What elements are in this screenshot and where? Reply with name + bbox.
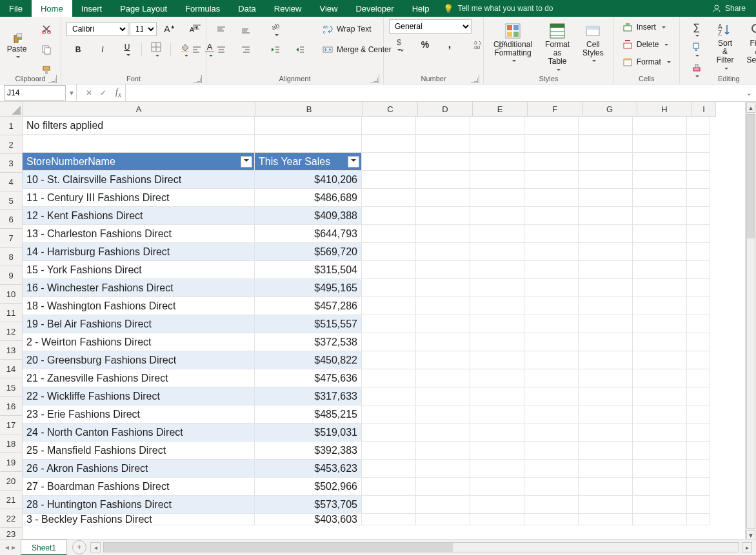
cell[interactable]: [633, 514, 687, 525]
cell[interactable]: $486,689: [255, 189, 362, 207]
cell[interactable]: [524, 279, 579, 297]
cell[interactable]: 16 - Winchester Fashions Direct: [23, 279, 255, 297]
column-header[interactable]: H: [637, 102, 692, 117]
cell[interactable]: $644,793: [255, 225, 362, 243]
cell[interactable]: [470, 189, 524, 207]
decrease-indent-button[interactable]: [264, 40, 287, 59]
filter-dropdown-button[interactable]: [348, 156, 359, 168]
sort-filter-button[interactable]: AZ Sort & Filter: [712, 19, 739, 73]
tab-view[interactable]: View: [310, 0, 346, 17]
cell[interactable]: $475,636: [255, 369, 362, 387]
cell[interactable]: [579, 496, 633, 514]
cell[interactable]: [579, 315, 633, 333]
cell[interactable]: [416, 225, 470, 243]
cell[interactable]: [687, 207, 710, 225]
cell[interactable]: [470, 514, 524, 525]
cell[interactable]: [633, 369, 687, 387]
cell[interactable]: [687, 315, 710, 333]
select-all-corner[interactable]: [0, 102, 23, 117]
cell[interactable]: [633, 225, 687, 243]
cell[interactable]: [687, 189, 710, 207]
increase-font-button[interactable]: A▲: [158, 19, 181, 39]
cell-styles-button[interactable]: Cell Styles: [578, 19, 608, 66]
cell[interactable]: [416, 297, 470, 315]
cell[interactable]: [470, 297, 524, 315]
cell[interactable]: [362, 189, 416, 207]
increase-indent-button[interactable]: [288, 40, 312, 59]
cell[interactable]: [470, 261, 524, 279]
cell[interactable]: [633, 171, 687, 189]
cell[interactable]: [470, 279, 524, 297]
column-header[interactable]: C: [363, 102, 418, 117]
cell[interactable]: [524, 189, 579, 207]
horizontal-scrollbar[interactable]: ◂ ▸: [86, 542, 756, 552]
cell[interactable]: [633, 351, 687, 369]
column-header[interactable]: I: [692, 102, 716, 117]
cell[interactable]: [416, 369, 470, 387]
underline-button[interactable]: U: [115, 40, 139, 59]
row-header[interactable]: 14: [0, 360, 22, 378]
cell[interactable]: [633, 189, 687, 207]
cell[interactable]: [470, 153, 524, 171]
cell[interactable]: [687, 153, 710, 171]
cell[interactable]: [362, 207, 416, 225]
cell[interactable]: [524, 171, 579, 189]
vertical-scrollbar[interactable]: ▲ ▼: [745, 102, 756, 541]
dialog-launcher-icon[interactable]: [371, 75, 379, 83]
cell[interactable]: [362, 279, 416, 297]
cell[interactable]: $403,603: [255, 514, 362, 525]
cell[interactable]: 24 - North Canton Fashions Direct: [23, 424, 255, 442]
cell[interactable]: [362, 153, 416, 171]
cell[interactable]: [362, 315, 416, 333]
row-header[interactable]: 1: [0, 117, 22, 135]
cell[interactable]: [579, 243, 633, 261]
tell-me-input[interactable]: Tell me what you want to do: [457, 4, 553, 13]
cell[interactable]: 14 - Harrisburg Fashions Direct: [23, 243, 255, 261]
row-header[interactable]: 18: [0, 434, 22, 453]
cell[interactable]: [524, 369, 579, 387]
cell[interactable]: [416, 424, 470, 442]
cell[interactable]: [687, 387, 710, 405]
tab-home[interactable]: Home: [32, 0, 72, 17]
cell[interactable]: 28 - Huntington Fashions Direct: [23, 496, 255, 514]
cell[interactable]: StoreNumberName: [23, 153, 255, 171]
cell[interactable]: [633, 496, 687, 514]
percent-button[interactable]: %: [413, 35, 437, 54]
cell[interactable]: [687, 424, 710, 442]
cell[interactable]: [633, 243, 687, 261]
cell[interactable]: [416, 153, 470, 171]
cell[interactable]: 22 - Wickliffe Fashions Direct: [23, 387, 255, 405]
cell[interactable]: 20 - Greensburg Fashions Direct: [23, 351, 255, 369]
cell[interactable]: [633, 424, 687, 442]
copy-button[interactable]: [35, 40, 58, 59]
scroll-up-button[interactable]: ▲: [746, 102, 755, 113]
cell[interactable]: [416, 514, 470, 525]
font-name-select[interactable]: Calibri: [66, 22, 128, 36]
cell[interactable]: [470, 117, 524, 135]
column-header[interactable]: A: [23, 102, 255, 117]
row-header[interactable]: 11: [0, 304, 22, 322]
cell[interactable]: [633, 333, 687, 351]
cell[interactable]: [362, 171, 416, 189]
dialog-launcher-icon[interactable]: [194, 75, 202, 83]
cell[interactable]: [579, 442, 633, 460]
cell[interactable]: [633, 279, 687, 297]
cell[interactable]: [524, 261, 579, 279]
cell[interactable]: [416, 315, 470, 333]
italic-button[interactable]: I: [91, 40, 114, 59]
cell[interactable]: [362, 424, 416, 442]
cell[interactable]: 11 - Century III Fashions Direct: [23, 189, 255, 207]
cell[interactable]: [687, 442, 710, 460]
tab-file[interactable]: File: [0, 0, 32, 17]
insert-cells-button[interactable]: Insert: [619, 19, 681, 35]
cut-button[interactable]: [35, 19, 58, 39]
cell[interactable]: [362, 261, 416, 279]
cell[interactable]: [470, 405, 524, 424]
cell[interactable]: [416, 333, 470, 351]
conditional-formatting-button[interactable]: Conditional Formatting: [489, 19, 537, 66]
sheet-nav-prev[interactable]: ◂: [5, 543, 9, 552]
cell[interactable]: [524, 405, 579, 424]
cell[interactable]: [416, 279, 470, 297]
cell[interactable]: [579, 387, 633, 405]
cell[interactable]: 2 - Weirton Fashions Direct: [23, 333, 255, 351]
